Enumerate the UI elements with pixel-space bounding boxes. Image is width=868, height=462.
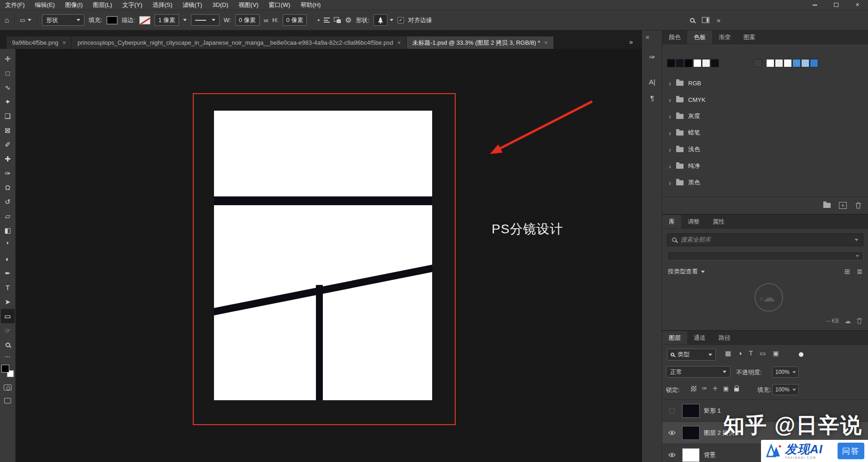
filter-shape-layers-icon[interactable]: ▭	[760, 349, 766, 357]
shape-width-input[interactable]: 0 像素	[235, 14, 260, 26]
swatch[interactable]	[693, 59, 702, 67]
menu-image[interactable]: 图像(I)	[60, 0, 88, 10]
lock-position-icon[interactable]: ✛	[713, 385, 718, 392]
new-group-icon[interactable]	[823, 203, 831, 208]
menu-window[interactable]: 窗口(W)	[263, 0, 295, 10]
swatch[interactable]	[801, 59, 809, 67]
brush-settings-panel-icon[interactable]: ✑	[646, 51, 659, 64]
frame-tool[interactable]: ⊠	[1, 123, 15, 137]
lasso-tool[interactable]: ∿	[1, 80, 15, 95]
filter-type-layers-icon[interactable]: T	[749, 349, 753, 357]
swatch-group-pure[interactable]: › 纯净	[662, 158, 868, 174]
stroke-width-input[interactable]: 1 像素	[155, 14, 179, 26]
tab-gradients[interactable]: 渐变	[712, 30, 737, 44]
swatch[interactable]	[667, 59, 675, 67]
swatch[interactable]	[702, 59, 710, 67]
library-selector[interactable]	[667, 251, 863, 261]
tab-overflow-icon[interactable]: »	[629, 38, 633, 46]
swatch-group-grayscale[interactable]: › 灰度	[662, 108, 868, 124]
tab-close-icon[interactable]: ×	[544, 39, 548, 46]
paragraph-panel-icon[interactable]: ¶	[646, 91, 659, 104]
new-swatch-icon[interactable]: +	[839, 202, 847, 209]
tab-layers[interactable]: 图层	[662, 331, 687, 344]
view-by-type-dropdown[interactable]: 按类型查看	[668, 267, 698, 276]
chevron-down-icon[interactable]	[701, 271, 705, 273]
swatch[interactable]	[676, 59, 684, 67]
stroke-style-dropdown[interactable]	[191, 14, 220, 26]
menu-type[interactable]: 文字(Y)	[117, 0, 147, 10]
swatch-group-pastel[interactable]: › 蜡笔	[662, 124, 868, 141]
lock-pixels-icon[interactable]: ✑	[702, 385, 707, 392]
swatch[interactable]	[684, 59, 693, 67]
stroke-color-swatch[interactable]	[139, 16, 150, 24]
history-brush-tool[interactable]: ↺	[1, 195, 15, 209]
tab-properties[interactable]: 属性	[706, 215, 731, 228]
rectangular-marquee-tool[interactable]: □	[1, 66, 15, 80]
type-tool[interactable]: T	[1, 280, 15, 295]
grid-view-icon[interactable]: ⊞	[844, 267, 850, 276]
swatch[interactable]	[754, 59, 762, 67]
blur-tool[interactable]: ❜	[1, 237, 15, 252]
gradient-tool[interactable]: ◧	[1, 223, 15, 237]
path-selection-tool[interactable]: ➤	[1, 295, 15, 309]
maximize-button[interactable]	[826, 0, 847, 10]
swatch-group-cmyk[interactable]: › CMYK	[662, 91, 868, 108]
document-tab-3-active[interactable]: 未标题-1.psd @ 33.3% (图层 2 拷贝 3, RGB/8) * ×	[407, 36, 553, 49]
tab-paths[interactable]: 路径	[712, 331, 737, 344]
shape-height-input[interactable]: 0 像素	[283, 14, 307, 26]
quick-selection-tool[interactable]: ✦	[1, 95, 15, 109]
swatch[interactable]	[766, 59, 774, 67]
list-view-icon[interactable]: ≣	[856, 267, 862, 276]
layer-thumbnail[interactable]	[682, 448, 700, 462]
pen-tool[interactable]: ✒	[1, 266, 15, 280]
menu-3d[interactable]: 3D(D)	[207, 0, 233, 10]
menu-help[interactable]: 帮助(H)	[295, 0, 326, 10]
hand-tool[interactable]: ☞	[1, 323, 15, 338]
gear-icon[interactable]: ⚙	[345, 16, 351, 24]
visibility-toggle[interactable]	[666, 449, 678, 461]
canvas-area[interactable]: PS分镜设计	[16, 49, 642, 462]
swatch[interactable]	[775, 59, 783, 67]
stroke-width-chevron-icon[interactable]	[183, 19, 187, 21]
options-overflow-icon[interactable]: »	[717, 17, 720, 24]
quick-mask-icon[interactable]	[4, 385, 12, 391]
foreground-background-colors[interactable]	[1, 365, 14, 377]
menu-file[interactable]: 文件(F)	[0, 0, 30, 10]
delete-library-item-icon[interactable]	[856, 318, 862, 324]
clone-stamp-tool[interactable]: Ω	[1, 180, 15, 195]
delete-swatch-icon[interactable]	[855, 202, 862, 209]
swatch[interactable]	[784, 59, 792, 67]
opacity-input[interactable]: 100%	[772, 367, 799, 378]
path-alignment-icon[interactable]	[324, 18, 330, 23]
menu-filter[interactable]: 滤镜(T)	[178, 0, 208, 10]
edit-toolbar-icon[interactable]: ⋯	[5, 353, 11, 360]
menu-edit[interactable]: 编辑(E)	[30, 0, 60, 10]
swatch[interactable]	[792, 59, 801, 67]
foreground-color-swatch[interactable]	[1, 365, 9, 373]
filter-smart-objects-icon[interactable]: ▣	[773, 349, 779, 357]
expand-panels-icon[interactable]: «	[646, 33, 649, 41]
crop-tool[interactable]: ❑	[1, 109, 15, 123]
shape-picker[interactable]	[374, 14, 393, 26]
layer-filter-type-dropdown[interactable]: 类型	[667, 349, 716, 361]
spot-healing-tool[interactable]: ✚	[1, 152, 15, 166]
swatch[interactable]	[810, 59, 818, 67]
dodge-tool[interactable]: ◐	[1, 252, 15, 266]
lock-artboard-icon[interactable]: ▣	[723, 385, 729, 392]
tool-preset-picker[interactable]: ▭	[20, 17, 31, 24]
workspace-switcher-icon[interactable]	[702, 17, 709, 23]
library-search-input[interactable]: 搜索全部库	[667, 233, 863, 246]
path-operations-icon[interactable]: ▪	[317, 17, 320, 24]
lock-transparency-icon[interactable]	[691, 386, 696, 391]
swatch-group-dark[interactable]: › 黑色	[662, 174, 868, 191]
zoom-tool[interactable]	[1, 338, 15, 352]
swatch-group-rgb[interactable]: › RGB	[662, 75, 868, 91]
filter-pixel-layers-icon[interactable]: ▦	[725, 349, 731, 357]
swatch-group-light[interactable]: › 浅色	[662, 141, 868, 158]
document-tab-2[interactable]: princessplops_Cyberpunk_night_cityscape_…	[72, 36, 407, 49]
document-tab-1[interactable]: 9a96bc4f5be.png ×	[6, 36, 72, 49]
character-panel-icon[interactable]: A|	[646, 75, 659, 88]
fill-color-swatch[interactable]	[107, 16, 118, 24]
move-tool[interactable]: ✛	[1, 52, 15, 66]
tab-color[interactable]: 颜色	[662, 30, 687, 44]
